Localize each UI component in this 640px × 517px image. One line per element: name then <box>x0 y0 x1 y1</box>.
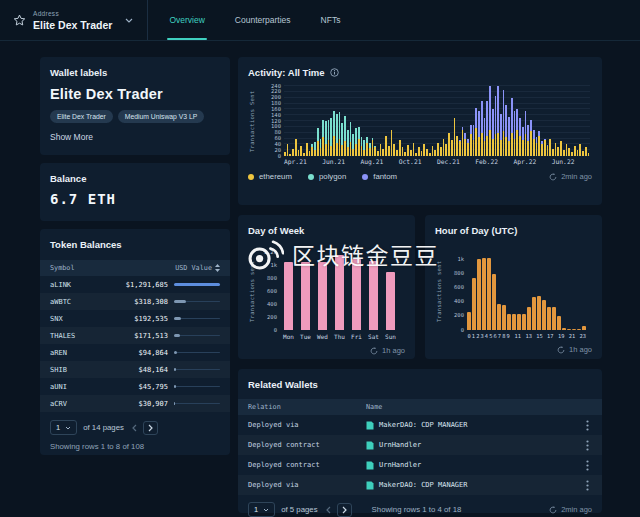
activity-bar-segment <box>568 148 570 156</box>
activity-bar-segment <box>336 114 338 143</box>
activity-bar <box>555 86 557 156</box>
day-of-week-chart: Transactions sent 02004006008001k1.2k <box>248 252 405 330</box>
activity-bar-segment <box>552 149 554 156</box>
related-wallet-row[interactable]: Deployed contractUrnHandler <box>238 455 602 475</box>
relation-column-header[interactable]: Relation <box>248 403 366 411</box>
activity-bar <box>352 86 354 156</box>
activity-bar <box>522 86 524 156</box>
activity-bar <box>372 86 374 156</box>
activity-bar <box>320 86 322 156</box>
kebab-menu-icon[interactable] <box>582 480 592 491</box>
activity-bar-segment <box>440 147 442 156</box>
activity-bar-segment <box>516 109 518 129</box>
name-cell[interactable]: UrnHandler <box>366 461 582 470</box>
symbol-column-header[interactable]: Symbol <box>50 264 75 272</box>
activity-bar <box>530 86 532 156</box>
related-prev-page-button[interactable] <box>324 504 333 516</box>
related-next-page-button[interactable] <box>337 503 352 517</box>
address-selector[interactable]: Address Elite Dex Trader <box>0 10 133 31</box>
usd-value-column-header[interactable]: USD Value <box>175 264 220 272</box>
token-row[interactable]: SHIB$48,164 <box>40 361 230 378</box>
star-icon[interactable] <box>13 14 26 27</box>
related-wallet-row[interactable]: Deployed viaMakerDAO: CDP MANAGER <box>238 475 602 495</box>
info-icon[interactable] <box>330 68 339 77</box>
day-y-axis-label: Transactions sent <box>249 252 255 330</box>
token-next-page-button[interactable] <box>143 421 158 435</box>
tab-nfts[interactable]: NFTs <box>306 0 356 40</box>
sort-icon[interactable] <box>215 264 220 272</box>
activity-bar-segment <box>500 140 502 156</box>
activity-bar-segment <box>410 150 412 156</box>
legend-label: polygon <box>319 172 346 181</box>
chart-bar <box>369 261 378 330</box>
token-row[interactable]: aUNI$45,795 <box>40 378 230 395</box>
token-row[interactable]: SNX$192,535 <box>40 310 230 327</box>
related-wallet-row[interactable]: Deployed viaMakerDAO: CDP MANAGER <box>238 415 602 435</box>
activity-bar-segment <box>377 151 379 156</box>
activity-bar-segment <box>328 120 330 140</box>
legend-item[interactable]: fantom <box>362 172 397 181</box>
activity-bar-segment <box>434 150 436 156</box>
hour-of-day-chart: Transactions sent 02004006008001k <box>435 252 592 330</box>
wallet-tag[interactable]: Medium Uniswap V3 LP <box>118 110 205 123</box>
activity-plot <box>284 86 590 156</box>
wallet-name-label: UrnHandler <box>379 461 421 469</box>
token-row[interactable]: aLINK$1,291,685 <box>40 276 230 293</box>
token-row[interactable]: aWBTC$318,308 <box>40 293 230 310</box>
token-row[interactable]: aCRV$30,907 <box>40 395 230 412</box>
activity-bar <box>459 86 461 156</box>
activity-bar <box>475 86 477 156</box>
name-cell[interactable]: MakerDAO: CDP MANAGER <box>366 421 582 430</box>
kebab-menu-icon[interactable] <box>582 420 592 431</box>
name-cell[interactable]: UrnHandler <box>366 441 582 450</box>
token-value-bar-fill <box>174 385 176 388</box>
refresh-icon[interactable] <box>370 347 378 355</box>
related-page-select[interactable]: 1 <box>248 502 275 517</box>
activity-bar <box>533 86 535 156</box>
x-tick-label: Thu <box>331 333 348 340</box>
refresh-icon[interactable] <box>557 346 565 354</box>
token-row[interactable]: THALES$171,513 <box>40 327 230 344</box>
activity-bar-segment <box>527 125 529 141</box>
token-page-select[interactable]: 1 <box>50 420 77 435</box>
activity-bar-segment <box>320 139 322 148</box>
activity-bar <box>358 86 360 156</box>
wallet-tag[interactable]: Elite Dex Trader <box>50 110 113 123</box>
token-prev-page-button[interactable] <box>130 422 139 434</box>
name-column-header[interactable]: Name <box>366 403 382 411</box>
kebab-menu-icon[interactable] <box>582 440 592 451</box>
activity-bar-segment <box>533 130 535 139</box>
token-table-header: Symbol USD Value <box>40 260 230 276</box>
activity-bar-segment <box>339 139 341 157</box>
refresh-icon[interactable] <box>549 506 557 514</box>
y-tick-label: 800 <box>454 271 464 277</box>
chart-bar <box>577 329 581 330</box>
refresh-icon[interactable] <box>549 173 557 181</box>
chart-bar <box>352 259 361 331</box>
activity-bar <box>413 86 415 156</box>
token-value-bar-fill <box>174 283 220 286</box>
activity-bar <box>434 86 436 156</box>
legend-item[interactable]: ethereum <box>248 172 292 181</box>
tab-counterparties[interactable]: Counterparties <box>220 0 306 40</box>
activity-bar <box>287 86 289 156</box>
activity-bar-segment <box>374 147 376 156</box>
token-row[interactable]: aREN$94,864 <box>40 344 230 361</box>
chart-bar <box>507 314 511 330</box>
token-usd-value: $48,164 <box>102 366 174 374</box>
activity-bar-segment <box>582 151 584 156</box>
activity-bar-segment <box>519 118 521 136</box>
show-more-link[interactable]: Show More <box>50 132 220 142</box>
activity-bar <box>495 86 497 156</box>
activity-bar-segment <box>355 128 357 144</box>
related-wallet-row[interactable]: Deployed contractUrnHandler <box>238 435 602 455</box>
tab-overview[interactable]: Overview <box>154 0 219 40</box>
token-symbol: aUNI <box>50 383 102 391</box>
kebab-menu-icon[interactable] <box>582 460 592 471</box>
activity-bar <box>514 86 516 156</box>
name-cell[interactable]: MakerDAO: CDP MANAGER <box>366 481 582 490</box>
activity-bar-segment <box>300 146 302 156</box>
activity-bar-segment <box>541 144 543 156</box>
legend-item[interactable]: polygon <box>308 172 346 181</box>
activity-legend: ethereumpolygonfantom <box>248 172 397 181</box>
